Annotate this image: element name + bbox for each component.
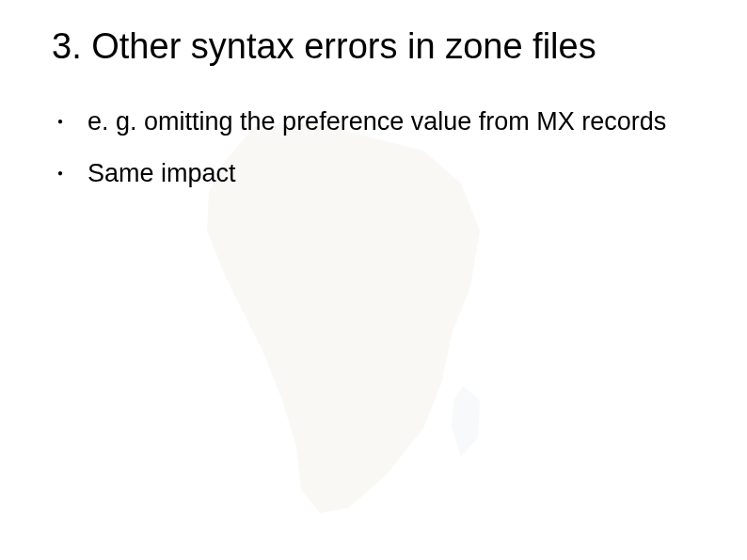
slide: 3. Other syntax errors in zone files e. … (0, 0, 747, 560)
slide-title: 3. Other syntax errors in zone files (0, 0, 747, 86)
list-item: e. g. omitting the preference value from… (52, 106, 691, 137)
list-item-text: Same impact (87, 159, 236, 187)
list-item-text: e. g. omitting the preference value from… (87, 107, 666, 136)
bullet-list: e. g. omitting the preference value from… (0, 106, 747, 189)
list-item: Same impact (52, 158, 691, 189)
